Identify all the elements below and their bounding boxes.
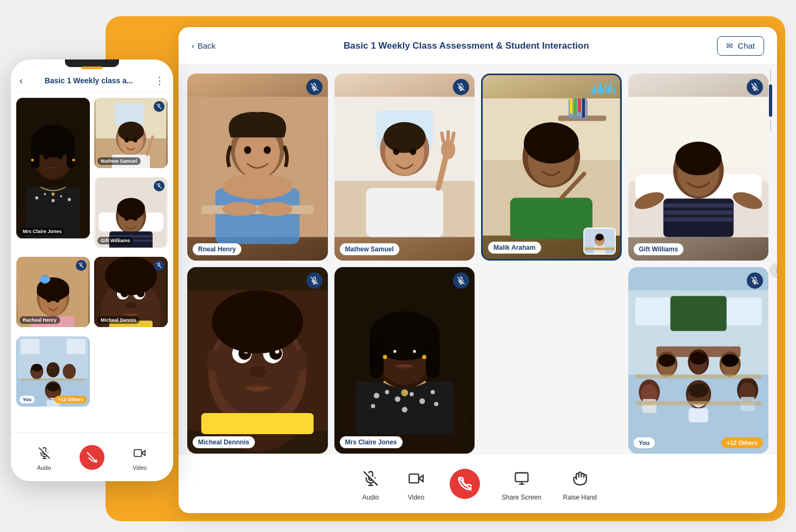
video-button[interactable]: Video [404, 467, 428, 501]
video-grid: Rneal Henry [179, 65, 777, 454]
svg-rect-127 [635, 297, 670, 325]
back-button[interactable]: ‹ Back [192, 41, 215, 50]
phone-title: Basic 1 Weekly class a... [44, 76, 133, 85]
svg-point-199 [135, 205, 143, 214]
svg-point-187 [118, 122, 144, 141]
phone-audio-button[interactable]: Audio [35, 443, 54, 471]
phone-others-badge: +12 Others [55, 396, 87, 403]
svg-rect-151 [635, 401, 761, 405]
svg-rect-232 [67, 339, 85, 354]
svg-line-205 [156, 183, 161, 188]
phone-video-icon [130, 443, 149, 463]
svg-point-118 [393, 350, 396, 353]
you-others-tile: You +12 Others [628, 267, 769, 454]
svg-rect-248 [134, 450, 142, 457]
share-screen-button[interactable]: Share Screen [502, 467, 541, 501]
svg-point-5 [244, 146, 251, 154]
svg-point-48 [555, 155, 562, 163]
svg-rect-37 [578, 98, 581, 112]
svg-point-148 [688, 383, 708, 397]
phone-mute-racheal [76, 260, 87, 271]
svg-rect-35 [570, 98, 573, 114]
phone-back-button[interactable]: ‹ [19, 75, 23, 87]
svg-point-189 [133, 138, 137, 143]
svg-point-93 [294, 350, 308, 371]
svg-point-201 [133, 216, 137, 221]
phone-video-label: Video [133, 465, 147, 471]
raise-hand-button[interactable]: Raise Hand [563, 467, 597, 501]
svg-point-168 [44, 193, 46, 195]
chat-label: Chat [738, 41, 755, 50]
svg-line-217 [78, 263, 83, 268]
svg-rect-159 [409, 474, 419, 482]
svg-point-212 [47, 298, 51, 303]
phone-name-mathew: Mathew Samuel [97, 157, 141, 165]
svg-rect-129 [670, 296, 726, 331]
phone-name-racheal: Racheal Henry [19, 316, 60, 324]
name-tag-4: Gift Williams [634, 243, 684, 255]
svg-point-109 [401, 389, 408, 396]
svg-rect-36 [574, 98, 577, 116]
mute-badge-1 [306, 79, 323, 95]
svg-point-46 [543, 126, 560, 142]
svg-point-19 [393, 148, 399, 155]
svg-point-179 [57, 154, 63, 159]
phone-you-others-tile: You +12 Others [16, 336, 90, 407]
scroll-track-2 [770, 120, 771, 131]
svg-point-69 [703, 168, 709, 175]
audio-button[interactable]: Audio [359, 467, 383, 501]
chat-button[interactable]: ✉ Chat [717, 36, 764, 56]
svg-point-139 [721, 354, 738, 367]
name-tag-1: Rneal Henry [193, 243, 241, 255]
others-badge: +12 Others [721, 437, 763, 448]
svg-line-25 [452, 133, 453, 141]
participant-tile-4: Gift Williams [628, 74, 769, 261]
phone-name-micheal-phone: Micheal Dennis [97, 316, 140, 324]
svg-point-178 [43, 154, 49, 159]
svg-point-68 [687, 168, 694, 175]
svg-point-121 [422, 355, 426, 359]
svg-point-8 [222, 202, 258, 216]
mute-badge-6 [453, 272, 469, 289]
svg-marker-158 [419, 475, 423, 482]
desktop-header: ‹ Back Basic 1 Weekly Class Assessment &… [179, 27, 777, 65]
svg-point-92 [207, 350, 221, 371]
svg-point-225 [126, 302, 136, 309]
back-chevron-icon: ‹ [192, 41, 194, 50]
chat-icon: ✉ [726, 41, 733, 51]
svg-point-241 [47, 383, 60, 391]
svg-point-180 [31, 159, 34, 162]
controls-bar: Audio Video [179, 454, 777, 513]
phone-menu-button[interactable]: ⋮ [155, 75, 165, 87]
svg-rect-176 [31, 141, 40, 168]
back-label: Back [198, 41, 215, 50]
svg-line-192 [156, 104, 161, 109]
mobile-phone: ‹ Basic 1 Weekly class a... ⋮ [11, 59, 173, 481]
end-call-button[interactable] [450, 469, 480, 499]
svg-rect-231 [21, 339, 40, 354]
phone-name-teacher: Mrs Claire Jones [19, 228, 65, 235]
svg-point-89 [249, 366, 266, 377]
video-icon [404, 467, 428, 490]
video-label: Video [408, 494, 424, 501]
svg-point-102 [394, 396, 400, 401]
svg-point-226 [105, 257, 157, 295]
svg-point-100 [373, 393, 379, 398]
phone-video-button[interactable]: Video [130, 443, 149, 471]
audio-bars-3 [591, 81, 615, 94]
svg-point-198 [119, 205, 127, 214]
name-tag-5: Micheal Dennnis [193, 436, 255, 448]
svg-rect-114 [369, 336, 383, 378]
svg-rect-71 [663, 203, 733, 208]
svg-point-106 [371, 404, 375, 408]
phone-notch [65, 59, 119, 67]
scrollbar[interactable] [768, 70, 773, 448]
page-title: Basic 1 Weekly Class Assessment & Studen… [344, 41, 589, 51]
svg-point-6 [264, 146, 271, 154]
raise-hand-label: Raise Hand [563, 494, 597, 501]
phone-tile-micheal-phone: Micheal Dennis [94, 257, 168, 327]
svg-point-167 [35, 196, 38, 200]
name-tag-2: Mathew Samuel [340, 243, 399, 255]
phone-end-call-button[interactable] [80, 445, 104, 470]
svg-marker-247 [142, 450, 145, 455]
